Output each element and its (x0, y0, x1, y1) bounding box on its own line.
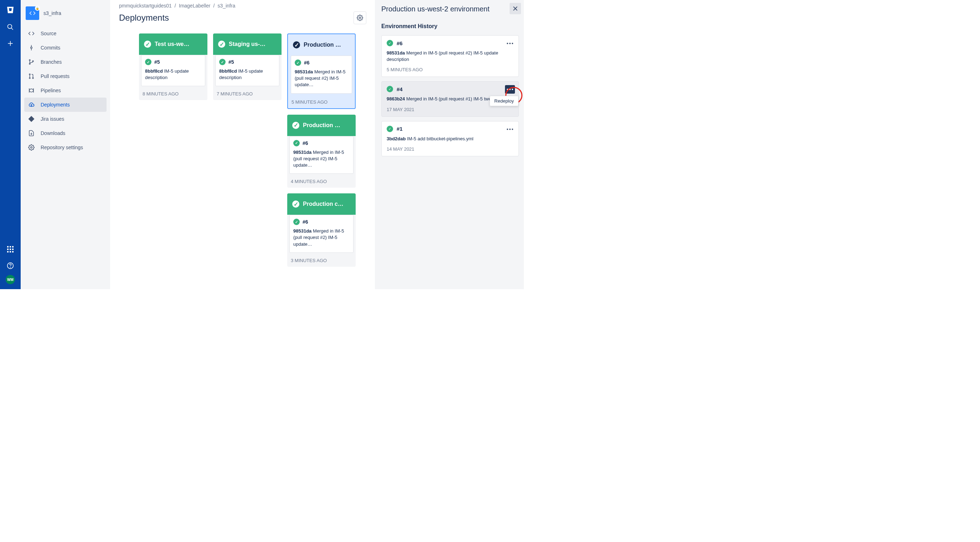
sidebar-item-deployments[interactable]: Deployments (24, 98, 107, 112)
svg-rect-6 (12, 246, 14, 247)
repo-header[interactable]: 🔒 s3_infra (24, 6, 107, 20)
lock-icon: 🔒 (35, 6, 40, 11)
deployment-number: #6 (302, 219, 308, 225)
deployment-number: #6 (302, 140, 308, 146)
success-icon: ✓ (387, 126, 393, 132)
deployment-number: #5 (154, 59, 160, 65)
pullrequest-icon (28, 73, 35, 79)
svg-point-20 (32, 60, 33, 62)
commit-message: IM-5 add bitbucket-pipelines.yml (407, 136, 473, 141)
create-icon[interactable] (3, 36, 18, 51)
sidebar-item-label: Repository settings (41, 144, 83, 150)
success-icon: ✓ (219, 59, 226, 65)
success-icon: ✓ (145, 59, 151, 65)
gear-icon (357, 14, 363, 21)
svg-point-22 (29, 78, 30, 79)
download-icon (28, 130, 35, 136)
environment-card-selected[interactable]: ✓Production … ✓#6 98531da Merged in IM-5… (287, 33, 356, 109)
history-card[interactable]: ✓#4 Redeploy 9863b24 Merged in IM-5 (pul… (381, 81, 519, 116)
commit-hash: 98531da (293, 150, 312, 155)
commit-hash: 98531da (293, 228, 312, 234)
svg-rect-9 (12, 249, 14, 250)
environment-card[interactable]: ✓Test us-we… ✓#5 8bbf8cd IM-5 update des… (139, 33, 207, 100)
success-icon: ✓ (144, 41, 151, 48)
breadcrumb-link[interactable]: s3_infra (217, 3, 235, 8)
svg-point-28 (359, 17, 361, 19)
redeploy-tooltip: Redeploy (490, 96, 519, 106)
success-icon: ✓ (295, 59, 301, 66)
breadcrumb-link[interactable]: ImageLabeller (179, 3, 211, 8)
sidebar-item-pullrequests[interactable]: Pull requests (24, 69, 107, 83)
repo-name: s3_infra (43, 10, 61, 16)
deployment-time: 14 MAY 2021 (387, 146, 514, 152)
sidebar-item-downloads[interactable]: Downloads (24, 126, 107, 140)
sidebar-item-source[interactable]: Source (24, 26, 107, 41)
more-actions-button[interactable] (505, 85, 515, 94)
svg-point-0 (8, 25, 12, 29)
success-icon: ✓ (293, 41, 300, 48)
svg-point-35 (509, 89, 511, 90)
sidebar-item-commits[interactable]: Commits (24, 41, 107, 55)
environment-card[interactable]: ✓Production c… ✓#6 98531da Merged in IM-… (287, 193, 356, 267)
settings-button[interactable] (353, 11, 366, 24)
svg-point-21 (29, 74, 30, 75)
repo-sidebar: 🔒 s3_infra Source Commits Branches Pull … (21, 0, 110, 289)
apps-icon[interactable] (3, 242, 18, 257)
svg-rect-5 (10, 246, 11, 247)
svg-point-27 (31, 147, 32, 149)
breadcrumb-link[interactable]: pmmquickstartguides01 (119, 3, 172, 8)
sidebar-item-label: Branches (41, 59, 62, 65)
svg-point-31 (507, 43, 508, 44)
commit-hash: 3bd2dab (387, 136, 406, 141)
sidebar-item-jira[interactable]: Jira issues (24, 112, 107, 126)
environment-card[interactable]: ✓Production … ✓#6 98531da Merged in IM-5… (287, 115, 356, 188)
search-icon[interactable] (3, 20, 18, 34)
cloud-upload-icon (28, 101, 35, 108)
sidebar-item-pipelines[interactable]: Pipelines (24, 83, 107, 98)
kebab-icon (507, 43, 513, 44)
svg-point-23 (32, 78, 33, 79)
history-card[interactable]: ✓#6 98531da Merged in IM-5 (pull request… (381, 35, 519, 77)
close-icon (512, 5, 519, 12)
more-actions-button[interactable] (505, 125, 515, 133)
deployment-time: 17 MAY 2021 (387, 107, 514, 112)
svg-point-32 (509, 43, 511, 44)
svg-rect-25 (29, 116, 35, 122)
sidebar-item-settings[interactable]: Repository settings (24, 140, 107, 155)
svg-point-38 (509, 128, 511, 130)
commit-hash: 8bbf8cd (145, 68, 163, 74)
sidebar-item-label: Pipelines (41, 87, 61, 93)
commit-hash: 9863b24 (387, 96, 405, 101)
success-icon: ✓ (292, 200, 299, 208)
jira-icon (28, 116, 35, 122)
global-nav: WM (0, 0, 21, 289)
deployment-time: 4 MINUTES AGO (287, 175, 356, 188)
environment-card[interactable]: ✓Staging us-… ✓#5 8bbf8cd IM-5 update de… (213, 33, 282, 100)
sidebar-item-label: Pull requests (41, 73, 70, 79)
deployment-columns: ✓Test us-we… ✓#5 8bbf8cd IM-5 update des… (119, 33, 366, 267)
close-button[interactable] (510, 3, 521, 14)
svg-point-39 (512, 128, 513, 130)
panel-subtitle: Environment History (381, 23, 519, 30)
deployment-number: #5 (228, 59, 234, 65)
help-icon[interactable] (3, 258, 18, 273)
svg-point-37 (507, 128, 508, 130)
kebab-icon (507, 89, 513, 90)
deployment-time: 5 MINUTES AGO (288, 96, 355, 108)
deployment-number: #1 (397, 126, 403, 132)
history-card[interactable]: ✓#1 3bd2dab IM-5 add bitbucket-pipelines… (381, 121, 519, 156)
environment-detail-panel: Production us-west-2 environment Environ… (375, 0, 524, 289)
svg-point-33 (512, 43, 513, 44)
bitbucket-logo[interactable] (5, 4, 16, 16)
sidebar-item-branches[interactable]: Branches (24, 55, 107, 69)
more-actions-button[interactable] (505, 39, 515, 48)
sidebar-item-label: Deployments (41, 102, 70, 108)
success-icon: ✓ (218, 41, 225, 48)
avatar[interactable]: WM (6, 275, 15, 284)
success-icon: ✓ (292, 122, 299, 129)
success-icon: ✓ (387, 86, 393, 92)
main-content: pmmquickstartguides01/ ImageLabeller/ s3… (110, 0, 375, 289)
environment-name: Production … (303, 122, 340, 128)
svg-rect-10 (7, 251, 8, 252)
commit-hash: 8bbf8cd (219, 68, 237, 74)
